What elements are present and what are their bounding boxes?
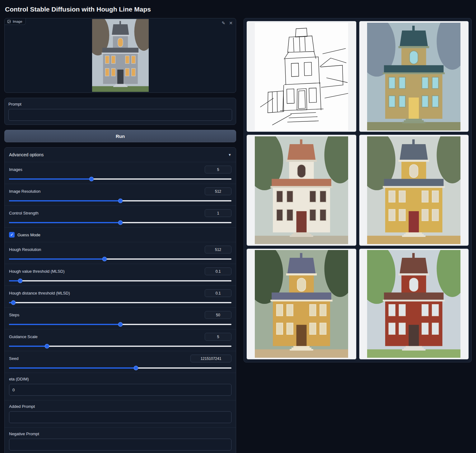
- slider-label: Steps: [9, 313, 19, 317]
- slider-label: Control Strength: [9, 211, 39, 215]
- slider-track[interactable]: [9, 302, 231, 303]
- negative-prompt-section: Negative Prompt: [5, 427, 236, 453]
- slider-label: Guidance Scale: [9, 334, 38, 339]
- slider-label: Hough value threshold (MLSD): [9, 269, 64, 274]
- eta-label: eta (DDIM): [9, 377, 231, 381]
- slider-track[interactable]: [9, 346, 231, 347]
- added-prompt-label: Added Prompt: [9, 404, 231, 409]
- prompt-label: Prompt: [8, 102, 232, 106]
- clear-image-icon[interactable]: ✕: [229, 21, 233, 25]
- gallery-item-hough-line-map[interactable]: [246, 21, 357, 132]
- gallery-grid: [246, 21, 469, 360]
- slider-value-input[interactable]: [205, 289, 231, 297]
- gallery-item-result-white-house[interactable]: [246, 134, 357, 246]
- slider-hough-value-threshold-mlsd: Hough value threshold (MLSD): [5, 264, 236, 285]
- image-panel-label: Image: [13, 20, 22, 23]
- slider-value-input[interactable]: [205, 311, 231, 319]
- page-title: Control Stable Diffusion with Hough Line…: [5, 6, 472, 13]
- negative-prompt-input[interactable]: [9, 439, 231, 451]
- advanced-options-panel: Advanced options ▼ ImagesImage Resolutio…: [4, 147, 236, 453]
- eta-input[interactable]: [9, 384, 231, 396]
- slider-image-resolution: Image Resolution: [5, 184, 236, 205]
- slider-track[interactable]: [9, 280, 231, 281]
- slider-value-input[interactable]: [205, 209, 231, 217]
- guess-mode-checkbox[interactable]: ✓: [9, 232, 15, 238]
- slider-track[interactable]: [9, 324, 231, 325]
- slider-label: Images: [9, 167, 22, 172]
- slider-fill: [9, 367, 136, 369]
- slider-thumb[interactable]: [18, 279, 22, 283]
- slider-track[interactable]: [9, 222, 231, 223]
- run-button[interactable]: Run: [4, 130, 236, 142]
- advanced-options-header[interactable]: Advanced options ▼: [5, 148, 236, 162]
- slider-fill: [9, 200, 120, 201]
- advanced-options-title: Advanced options: [9, 152, 44, 157]
- chevron-down-icon: ▼: [228, 153, 231, 157]
- gallery-item-result-red-brick-house[interactable]: [359, 248, 469, 360]
- sliders-top: ImagesImage ResolutionControl Strength: [5, 162, 236, 227]
- result-gallery-panel: [244, 18, 472, 362]
- slider-value-input[interactable]: [205, 333, 231, 341]
- gallery-item-result-teal-house[interactable]: [359, 21, 469, 132]
- image-panel-label-chip: Image: [5, 18, 26, 25]
- added-prompt-input[interactable]: [9, 411, 231, 423]
- image-input-panel[interactable]: Image ✎ ✕: [4, 18, 236, 93]
- slider-fill: [9, 346, 47, 347]
- negative-prompt-label: Negative Prompt: [9, 432, 231, 436]
- sliders-bottom: Hough ResolutionHough value threshold (M…: [5, 242, 236, 373]
- slider-fill: [9, 222, 120, 223]
- slider-value-input[interactable]: [205, 246, 231, 253]
- slider-thumb[interactable]: [89, 177, 94, 182]
- slider-seed: Seed: [5, 351, 236, 373]
- slider-label: Hough Resolution: [9, 247, 41, 252]
- left-column: Image ✎ ✕ Prompt Run Advanced options ▼: [4, 18, 236, 453]
- slider-steps: Steps: [5, 307, 236, 329]
- gallery-item-result-golden-house[interactable]: [246, 248, 357, 360]
- slider-fill: [9, 178, 91, 180]
- slider-label: Image Resolution: [9, 189, 40, 194]
- slider-label: Hough distance threshold (MLSD): [9, 291, 70, 295]
- slider-images: Images: [5, 162, 236, 184]
- slider-value-input[interactable]: [205, 166, 231, 173]
- slider-fill: [9, 258, 105, 260]
- slider-thumb[interactable]: [102, 257, 107, 262]
- slider-thumb[interactable]: [118, 199, 123, 203]
- slider-guidance-scale: Guidance Scale: [5, 329, 236, 351]
- added-prompt-section: Added Prompt: [5, 400, 236, 427]
- slider-label: Seed: [9, 356, 18, 361]
- slider-hough-distance-threshold-mlsd: Hough distance threshold (MLSD): [5, 285, 236, 307]
- right-column: [244, 18, 472, 362]
- prompt-panel: Prompt: [4, 98, 236, 125]
- input-image[interactable]: [92, 19, 149, 92]
- guess-mode-label: Guess Mode: [17, 233, 40, 237]
- slider-fill: [9, 324, 120, 325]
- slider-value-input[interactable]: [190, 355, 231, 362]
- slider-track[interactable]: [9, 367, 231, 369]
- prompt-input[interactable]: [8, 109, 232, 121]
- slider-thumb[interactable]: [44, 344, 49, 349]
- slider-hough-resolution: Hough Resolution: [5, 242, 236, 264]
- app-root: Control Stable Diffusion with Hough Line…: [0, 0, 476, 453]
- slider-track[interactable]: [9, 258, 231, 260]
- gallery-item-result-mustard-house[interactable]: [359, 134, 469, 246]
- slider-thumb[interactable]: [11, 300, 16, 305]
- image-icon: [7, 20, 11, 23]
- slider-track[interactable]: [9, 178, 231, 180]
- slider-value-input[interactable]: [205, 267, 231, 275]
- slider-thumb[interactable]: [133, 366, 138, 370]
- slider-thumb[interactable]: [118, 322, 123, 327]
- slider-value-input[interactable]: [205, 187, 231, 195]
- slider-thumb[interactable]: [118, 220, 123, 225]
- slider-control-strength: Control Strength: [5, 205, 236, 227]
- guess-mode-row[interactable]: ✓ Guess Mode: [5, 227, 236, 242]
- eta-section: eta (DDIM): [5, 373, 236, 400]
- edit-image-icon[interactable]: ✎: [222, 21, 226, 25]
- slider-track[interactable]: [9, 200, 231, 201]
